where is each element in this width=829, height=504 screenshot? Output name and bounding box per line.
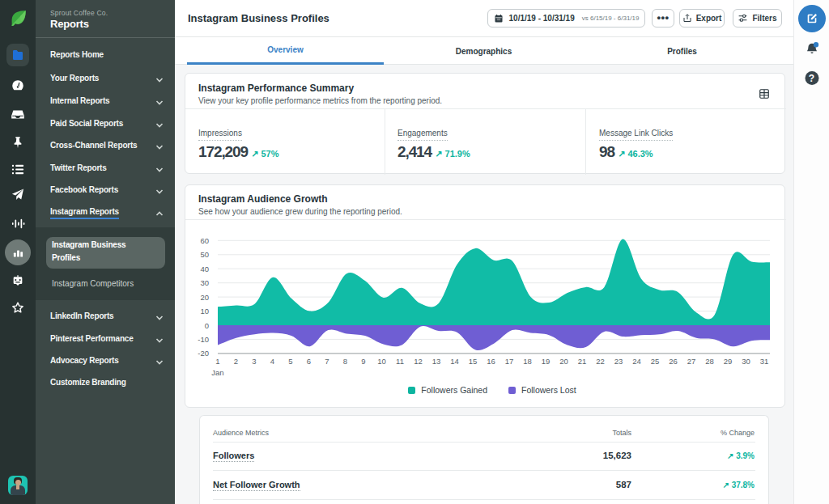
svg-text:25: 25 <box>651 357 660 366</box>
svg-text:13: 13 <box>432 357 441 366</box>
svg-text:17: 17 <box>505 357 514 366</box>
svg-text:10: 10 <box>200 307 209 316</box>
svg-text:14: 14 <box>450 357 459 366</box>
svg-text:9: 9 <box>361 357 365 366</box>
svg-text:19: 19 <box>542 357 551 366</box>
svg-text:5: 5 <box>288 357 292 366</box>
svg-text:16: 16 <box>487 357 495 366</box>
svg-text:22: 22 <box>596 357 605 366</box>
svg-text:2: 2 <box>234 357 238 366</box>
svg-text:-20: -20 <box>198 349 209 358</box>
svg-text:18: 18 <box>523 357 532 366</box>
svg-text:50: 50 <box>200 250 209 259</box>
svg-text:12: 12 <box>414 357 423 366</box>
svg-text:1: 1 <box>215 357 219 366</box>
svg-text:20: 20 <box>200 293 209 302</box>
svg-text:8: 8 <box>343 357 347 366</box>
svg-text:26: 26 <box>669 357 678 366</box>
svg-text:11: 11 <box>396 357 404 366</box>
svg-text:23: 23 <box>614 357 623 366</box>
svg-text:21: 21 <box>578 357 587 366</box>
svg-text:24: 24 <box>632 357 641 366</box>
svg-text:40: 40 <box>200 265 209 273</box>
svg-text:0: 0 <box>205 321 209 330</box>
svg-text:20: 20 <box>559 357 568 366</box>
svg-text:28: 28 <box>705 357 714 366</box>
svg-text:4: 4 <box>270 357 274 366</box>
svg-text:60: 60 <box>200 236 209 245</box>
svg-text:7: 7 <box>325 357 329 366</box>
svg-text:-10: -10 <box>198 335 209 344</box>
svg-text:3: 3 <box>252 357 256 366</box>
svg-text:30: 30 <box>200 278 209 287</box>
svg-text:30: 30 <box>742 357 750 366</box>
svg-text:6: 6 <box>307 357 311 366</box>
svg-text:15: 15 <box>469 357 478 366</box>
svg-text:31: 31 <box>760 357 769 366</box>
svg-text:10: 10 <box>377 357 386 366</box>
svg-text:27: 27 <box>687 357 696 366</box>
svg-text:Jan: Jan <box>211 368 223 377</box>
svg-text:29: 29 <box>724 357 733 366</box>
